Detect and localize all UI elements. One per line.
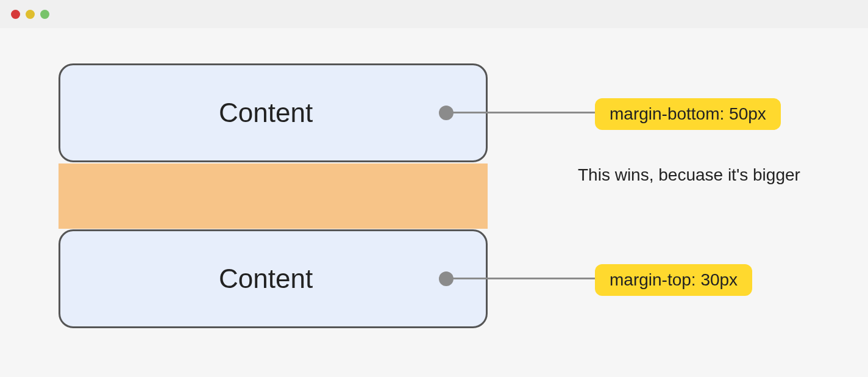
pointer-dot-icon bbox=[439, 271, 454, 286]
badge-text: margin-top: 30px bbox=[610, 270, 738, 289]
badge-text: margin-bottom: 50px bbox=[610, 104, 766, 123]
caption-text: This wins, becuase it's bigger bbox=[578, 165, 800, 184]
content-box-top: Content bbox=[59, 63, 488, 162]
content-box-label: Content bbox=[219, 264, 313, 294]
margin-overlap-band bbox=[59, 163, 488, 229]
content-box-label: Content bbox=[219, 98, 313, 128]
annotation-badge-margin-top: margin-top: 30px bbox=[595, 264, 752, 296]
traffic-light-close[interactable] bbox=[11, 10, 20, 19]
content-box-bottom: Content bbox=[59, 229, 488, 328]
annotation-caption: This wins, becuase it's bigger bbox=[578, 165, 800, 185]
pointer-dot-icon bbox=[439, 106, 454, 120]
diagram-canvas: Content Content margin-bottom: 50px This… bbox=[0, 28, 868, 377]
annotation-badge-margin-bottom: margin-bottom: 50px bbox=[595, 98, 781, 130]
pointer-line-bottom bbox=[446, 278, 596, 279]
traffic-light-zoom[interactable] bbox=[40, 10, 49, 19]
pointer-line-top bbox=[446, 112, 596, 113]
window-titlebar bbox=[0, 0, 868, 28]
traffic-light-minimize[interactable] bbox=[26, 10, 35, 19]
